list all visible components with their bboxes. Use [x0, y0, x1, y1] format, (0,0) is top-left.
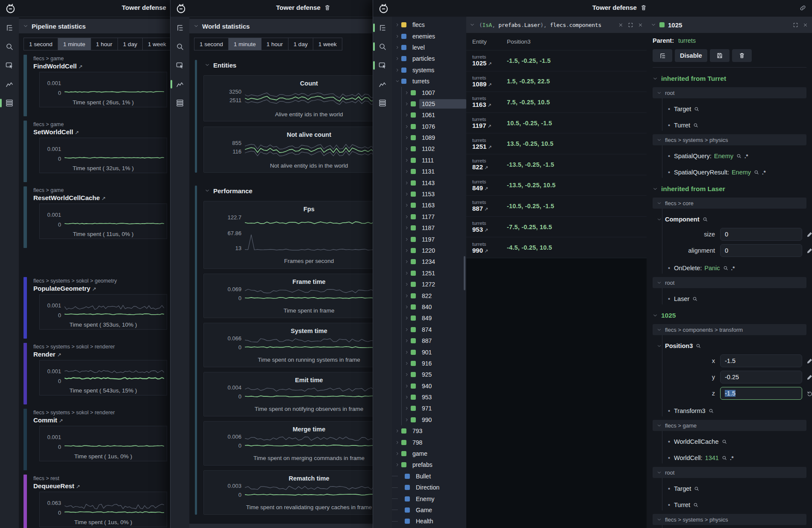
open-entity-link[interactable]: ↗	[78, 64, 82, 70]
tree-item-1251[interactable]: 1251	[392, 268, 466, 279]
time-range-tab-1-minute[interactable]: 1 minute	[58, 38, 91, 50]
close-icon[interactable]	[803, 22, 808, 28]
sidebar-chart-button[interactable]	[0, 77, 19, 92]
entity-id-link[interactable]: 1089↗	[472, 80, 507, 88]
chevron-right-icon[interactable]	[405, 215, 409, 219]
module-path-row[interactable]: root	[653, 87, 806, 98]
component-value-link[interactable]: Enemy	[732, 169, 751, 176]
chevron-right-icon[interactable]	[405, 395, 409, 399]
close-panel-icon[interactable]	[638, 22, 643, 28]
tree-item-953[interactable]: 953	[392, 392, 466, 403]
chevron-right-icon[interactable]	[395, 429, 400, 433]
tree-item-1177[interactable]: 1177	[392, 211, 466, 222]
chevron-right-icon[interactable]	[405, 147, 409, 151]
entity-id-link[interactable]: 1251↗	[472, 143, 507, 150]
sidebar-chart-button[interactable]	[171, 77, 189, 92]
component-Component[interactable]: Component	[653, 214, 806, 225]
chevron-right-icon[interactable]	[405, 260, 409, 264]
close-icon[interactable]	[618, 22, 624, 28]
edit-pencil-icon[interactable]	[806, 231, 812, 238]
chevron-right-icon[interactable]	[395, 463, 400, 467]
chevron-right-icon[interactable]	[405, 226, 409, 230]
query-result-row[interactable]: turrets 1163↗ 7.5, -0.25, 10.5	[466, 92, 647, 113]
open-entity-link[interactable]: ↗	[57, 352, 62, 358]
tree-item-1153[interactable]: 1153	[392, 189, 466, 200]
component-SpatialQueryResult[interactable]: •SpatialQueryResult:Enemy.*	[653, 167, 806, 178]
parent-link[interactable]: turrets	[678, 37, 696, 44]
chevron-down-icon[interactable]	[651, 22, 656, 27]
time-range-tab-1-week[interactable]: 1 week	[313, 38, 342, 50]
time-range-tab-1-minute[interactable]: 1 minute	[228, 38, 262, 50]
time-range-tab-1-hour[interactable]: 1 hour	[91, 38, 118, 50]
chevron-right-icon[interactable]	[405, 237, 409, 242]
search-icon[interactable]	[721, 439, 727, 445]
sidebar-stats-button[interactable]	[0, 95, 19, 111]
module-path-row[interactable]: flecs > game	[653, 420, 806, 431]
chevron-right-icon[interactable]	[395, 68, 400, 72]
component-OnDelete[interactable]: •OnDelete:Panic.*	[653, 263, 806, 274]
clear-query-icon[interactable]	[618, 22, 624, 28]
tree-item-Enemy[interactable]: Enemy	[392, 493, 466, 504]
sidebar-tree-button[interactable]	[171, 20, 189, 35]
time-range-tab-1-week[interactable]: 1 week	[142, 38, 170, 50]
expand-panel-icon[interactable]	[793, 22, 798, 28]
tree-item-793[interactable]: 793	[392, 425, 466, 437]
chevron-right-icon[interactable]	[405, 339, 409, 343]
tree-item-enemies[interactable]: enemies	[392, 30, 466, 41]
field-input-x[interactable]: -1.5	[720, 354, 802, 367]
chevron-right-icon[interactable]	[405, 124, 409, 129]
edit-pencil-icon[interactable]	[806, 358, 812, 364]
tree-item-971[interactable]: 971	[392, 403, 466, 414]
field-input-size[interactable]: 0	[720, 228, 802, 241]
tree-item-1131[interactable]: 1131	[392, 166, 466, 177]
component-Target[interactable]: •Target	[653, 103, 806, 115]
share-link-icon[interactable]	[799, 4, 806, 12]
entity-id-link[interactable]: 953↗	[472, 226, 507, 233]
query-result-row[interactable]: turrets 953↗ -7.5, -0.25, 16.5	[466, 217, 647, 238]
section-header[interactable]: Performance	[205, 186, 373, 196]
component-value-link[interactable]: Enemy	[714, 153, 733, 159]
chevron-right-icon[interactable]	[405, 316, 409, 320]
tree-item-1143[interactable]: 1143	[392, 177, 466, 188]
entity-id-link[interactable]: 1197↗	[472, 122, 507, 129]
tree-item-874[interactable]: 874	[392, 324, 466, 335]
chevron-right-icon[interactable]	[395, 23, 400, 27]
tree-item-1076[interactable]: 1076	[392, 121, 466, 132]
tree-item-1111[interactable]: 1111	[392, 155, 466, 166]
time-range-tab-1-second[interactable]: 1 second	[24, 38, 58, 50]
chevron-right-icon[interactable]	[405, 361, 409, 366]
search-icon[interactable]	[694, 486, 700, 492]
sidebar-chart-button[interactable]	[373, 77, 392, 92]
sidebar-search-button[interactable]	[171, 39, 189, 54]
expand-panel-icon[interactable]	[628, 22, 633, 28]
chevron-right-icon[interactable]	[405, 350, 409, 354]
tree-item-level[interactable]: level	[392, 42, 466, 53]
delete-world-icon[interactable]	[324, 4, 331, 11]
tree-item-887[interactable]: 887	[392, 335, 466, 346]
tree-item-1220[interactable]: 1220	[392, 245, 466, 256]
query-expression[interactable]: (IsA, prefabs.Laser), flecs.components	[479, 22, 615, 28]
open-entity-link[interactable]: ↗	[59, 418, 63, 424]
query-result-row[interactable]: turrets 1025↗ -1.5, -0.25, -1.5	[466, 50, 647, 71]
sidebar-stats-button[interactable]	[171, 95, 189, 111]
sidebar-inspect-button[interactable]	[373, 58, 392, 73]
component-Laser[interactable]: •Laser	[653, 293, 806, 304]
entity-id-link[interactable]: 1025↗	[472, 59, 507, 67]
query-result-row[interactable]: turrets 849↗ -13.5, -0.25, 10.5	[466, 175, 647, 196]
time-range-tab-1-hour[interactable]: 1 hour	[261, 38, 288, 50]
query-result-row[interactable]: turrets 822↗ -13.5, -0.25, -1.5	[466, 154, 647, 175]
undo-icon[interactable]	[806, 390, 812, 397]
query-result-row[interactable]: turrets 1089↗ 1.5, -0.25, 22.5	[466, 71, 647, 92]
chevron-right-icon[interactable]	[405, 102, 409, 106]
inherit-section-inherited-from-Turret[interactable]: inherited from Turret	[653, 74, 806, 84]
chevron-right-icon[interactable]	[405, 418, 409, 422]
tree-item-game[interactable]: game	[392, 448, 466, 459]
chevron-right-icon[interactable]	[405, 158, 409, 162]
component-WorldCellCache[interactable]: •WorldCellCache	[653, 436, 806, 447]
open-entity-link[interactable]: ↗	[102, 195, 106, 201]
tree-item-1272[interactable]: 1272	[392, 279, 466, 290]
delete-world-icon[interactable]	[640, 4, 647, 11]
tree-item-798[interactable]: 798	[392, 437, 466, 448]
tree-item-particles[interactable]: particles	[392, 53, 466, 64]
module-path-row[interactable]: root	[653, 277, 806, 288]
